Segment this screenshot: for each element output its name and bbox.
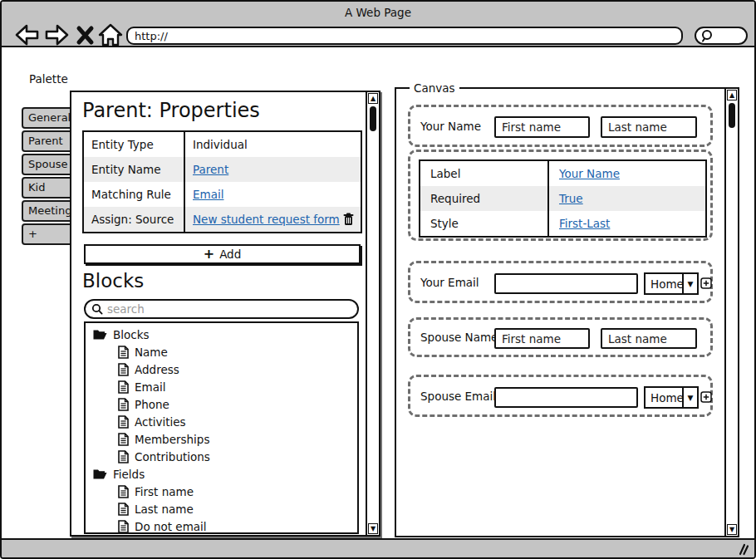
tree-label: Blocks — [113, 328, 150, 341]
tree-item[interactable]: Activities — [86, 413, 357, 430]
tree-item[interactable]: Last name — [86, 500, 357, 517]
search-pill[interactable] — [695, 27, 748, 45]
document-icon — [118, 415, 129, 429]
first-name-input[interactable] — [494, 116, 590, 138]
folder-icon — [93, 329, 107, 340]
home-icon[interactable] — [98, 23, 124, 47]
search-input[interactable] — [107, 302, 357, 316]
dialog-title: Parent: Properties — [82, 99, 260, 122]
document-icon — [118, 433, 129, 446]
palette-tab-spouse[interactable]: Spouse — [22, 154, 75, 175]
field-label: Your Email — [420, 276, 479, 289]
spouse-email-type-dropdown[interactable]: Home ▼ — [644, 386, 699, 409]
canvas-block-spouse-name[interactable]: Spouse Name — [408, 317, 713, 357]
document-icon — [118, 363, 129, 376]
style-value-link[interactable]: First-Last — [559, 217, 610, 230]
canvas-block-your-email[interactable]: Your Email Home ▼ — [408, 261, 713, 303]
spouse-email-input[interactable] — [494, 387, 638, 408]
parent-properties-dialog: Parent: Properties Entity Type Individua… — [70, 91, 380, 537]
document-icon — [118, 450, 129, 463]
canvas-block-your-name[interactable]: Your Name — [408, 105, 713, 147]
palette-tab-general[interactable]: General — [22, 107, 75, 129]
row-key: Entity Type — [84, 132, 185, 157]
dialog-scrollbar: ▲ ▼ — [366, 92, 379, 535]
tree-label: First name — [135, 485, 194, 498]
window-title: A Web Page — [2, 6, 754, 19]
scroll-down-button[interactable]: ▼ — [368, 523, 378, 534]
table-row: Label Your Name — [420, 161, 705, 186]
palette-label: Palette — [29, 72, 68, 86]
row-key: Required — [420, 186, 549, 211]
assign-source-link[interactable]: New student request form — [193, 213, 340, 226]
tree-item[interactable]: Phone — [86, 395, 357, 413]
tree-item[interactable]: Do not email — [86, 517, 357, 534]
field-label: Your Name — [420, 120, 481, 133]
magnifier-icon — [699, 28, 717, 43]
palette-tab-parent[interactable]: Parent — [22, 130, 75, 152]
dropdown-value: Home — [646, 388, 682, 407]
spouse-first-name-input[interactable] — [494, 328, 590, 349]
status-bar — [2, 538, 754, 557]
canvas-block-properties[interactable]: Label Your Name Required True Style Firs… — [408, 150, 713, 241]
tree-label: Do not email — [135, 520, 207, 533]
your-email-input[interactable] — [494, 273, 638, 294]
matching-rule-link[interactable]: Email — [193, 188, 223, 201]
add-button-label: Add — [219, 248, 241, 261]
add-button[interactable]: + Add — [84, 244, 361, 264]
stop-icon[interactable] — [76, 23, 95, 47]
tree-label: Name — [135, 346, 168, 359]
tree-item[interactable]: Contributions — [86, 448, 357, 465]
tree-item[interactable]: Memberships — [86, 430, 357, 448]
tree-item[interactable]: First name — [86, 483, 357, 500]
browser-chrome: A Web Page — [2, 2, 754, 47]
blocks-search[interactable] — [84, 299, 359, 319]
scroll-up-button[interactable]: ▲ — [368, 93, 378, 104]
scrollbar-thumb[interactable] — [729, 103, 735, 128]
add-email-icon[interactable] — [700, 277, 712, 289]
table-row: Required True — [420, 186, 705, 211]
spouse-last-name-input[interactable] — [601, 328, 697, 349]
email-type-dropdown[interactable]: Home ▼ — [644, 272, 699, 295]
plus-icon: + — [204, 248, 214, 260]
scroll-up-button[interactable]: ▲ — [727, 90, 737, 101]
resize-grip-icon[interactable] — [735, 543, 749, 556]
document-icon — [118, 398, 129, 411]
document-icon — [118, 380, 129, 394]
scroll-down-button[interactable]: ▼ — [727, 524, 737, 535]
tree-item[interactable]: Address — [86, 360, 357, 378]
tree-item[interactable]: Name — [86, 343, 357, 360]
required-value-link[interactable]: True — [559, 192, 583, 205]
blocks-tree: Blocks Name Address Email Phone Activiti… — [84, 321, 359, 534]
forward-icon[interactable] — [44, 23, 70, 47]
document-icon — [118, 503, 129, 516]
url-input[interactable] — [126, 27, 683, 45]
back-icon[interactable] — [14, 23, 40, 47]
table-row: Assign: Source New student request form — [84, 207, 361, 232]
row-key: Label — [420, 161, 549, 186]
add-email-icon[interactable] — [700, 391, 712, 403]
canvas-block-spouse-email[interactable]: Spouse Email Home ▼ — [408, 375, 713, 417]
tree-item[interactable]: Email — [86, 378, 357, 395]
browser-window: A Web Page Palette General Parent Spouse… — [0, 0, 756, 559]
tree-folder-fields[interactable]: Fields — [86, 465, 357, 483]
block-properties-table: Label Your Name Required True Style Firs… — [419, 159, 707, 238]
field-label: Spouse Name — [420, 331, 498, 344]
tree-folder-blocks[interactable]: Blocks — [86, 326, 357, 343]
trash-icon[interactable] — [343, 213, 354, 226]
palette-tab-kid[interactable]: Kid — [22, 177, 75, 199]
row-key: Matching Rule — [84, 182, 185, 207]
palette-tab-meeting[interactable]: Meeting — [22, 200, 75, 222]
row-key: Entity Name — [84, 157, 185, 182]
document-icon — [118, 520, 129, 533]
entity-name-link[interactable]: Parent — [193, 163, 228, 176]
tree-label: Fields — [113, 468, 145, 481]
last-name-input[interactable] — [601, 116, 697, 138]
tree-label: Memberships — [135, 433, 209, 446]
scrollbar-thumb[interactable] — [370, 106, 376, 131]
palette-tab-add[interactable]: + — [22, 223, 75, 245]
row-key: Assign: Source — [84, 207, 185, 232]
tree-label: Contributions — [135, 450, 210, 463]
tree-label: Activities — [135, 415, 186, 429]
label-value-link[interactable]: Your Name — [559, 167, 620, 180]
search-icon — [91, 303, 103, 315]
